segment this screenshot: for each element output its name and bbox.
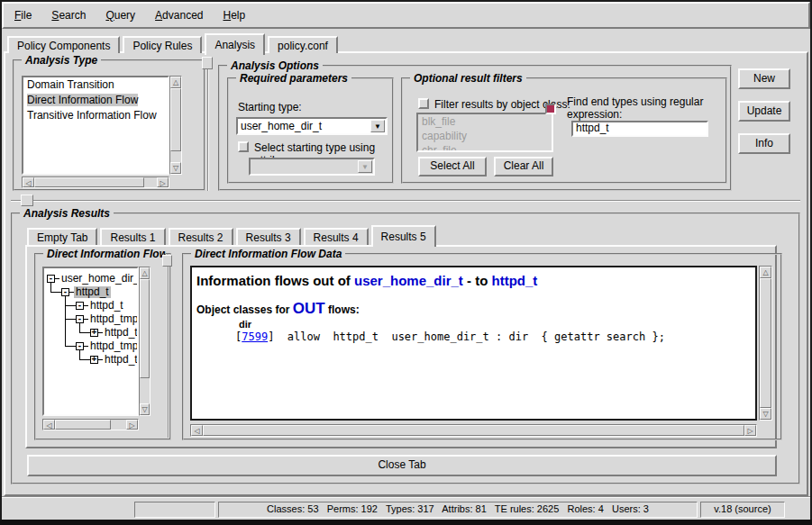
list-item[interactable]: Direct Information Flow — [23, 93, 168, 108]
menu-help[interactable]: Help — [215, 5, 252, 26]
tree-node[interactable]: -httpd_tmp_t — [65, 312, 139, 326]
tab-results-3[interactable]: Results 3 — [236, 228, 301, 245]
collapse-icon[interactable]: - — [76, 342, 84, 350]
analysis-type-vscrollbar[interactable]: △ ▽ — [169, 76, 182, 175]
scroll-thumb[interactable] — [170, 88, 181, 151]
scroll-down-icon[interactable]: ▽ — [170, 162, 181, 174]
flow-tree[interactable]: -user_home_dir_t -httpd_t -httpd_t -http… — [42, 267, 139, 416]
collapse-icon[interactable]: - — [61, 288, 69, 296]
menu-advanced[interactable]: Advanced — [148, 5, 210, 26]
scroll-right-icon[interactable]: ▷ — [744, 425, 756, 436]
pane-sash-handle[interactable] — [21, 195, 33, 206]
tree-node-label[interactable]: httpd_t — [103, 354, 139, 366]
flow-data-textarea[interactable]: Information flows out of user_home_dir_t… — [190, 266, 757, 421]
tree-node[interactable]: -httpd_t — [65, 299, 125, 312]
te-rule-line: [7599] allow httpd_t user_home_dir_t : d… — [235, 330, 665, 343]
tab-results-1[interactable]: Results 1 — [100, 228, 165, 245]
analysis-options-title: Analysis Options — [227, 59, 323, 72]
menu-search[interactable]: Search — [44, 5, 93, 26]
collapse-icon[interactable]: - — [76, 302, 84, 310]
tree-node[interactable]: -httpd_tmpfs_ — [65, 339, 139, 353]
regex-input[interactable]: httpd_t — [571, 121, 708, 137]
scroll-left-icon[interactable]: ◁ — [191, 425, 203, 436]
expand-icon[interactable]: + — [90, 356, 98, 364]
flow-tree-vscrollbar[interactable]: △ ▽ — [139, 267, 151, 416]
new-button[interactable]: New — [738, 68, 790, 89]
tab-analysis[interactable]: Analysis — [205, 33, 265, 55]
pane-sash-vertical[interactable] — [207, 58, 209, 191]
analysis-type-hscrollbar[interactable]: ◁ ▷ — [22, 177, 169, 188]
scroll-thumb[interactable] — [760, 278, 771, 408]
pane-sash-handle[interactable] — [162, 255, 172, 267]
analysis-type-listbox[interactable]: Domain Transition Direct Information Flo… — [22, 76, 169, 175]
collapse-icon[interactable]: - — [76, 315, 84, 323]
attrib-combobox: ▼ — [249, 158, 375, 176]
flow-direction: OUT — [293, 300, 325, 317]
list-item[interactable]: Transitive Information Flow — [23, 108, 168, 123]
scroll-up-icon[interactable]: △ — [140, 267, 150, 279]
info-button[interactable]: Info — [738, 133, 790, 154]
tab-results-4[interactable]: Results 4 — [304, 228, 369, 245]
tree-node[interactable]: +httpd_t — [79, 353, 139, 367]
scroll-thumb[interactable] — [34, 177, 144, 187]
tree-node-label[interactable]: httpd_t — [88, 300, 125, 312]
scroll-up-icon[interactable]: △ — [760, 267, 771, 278]
scroll-right-icon[interactable]: ▷ — [157, 177, 169, 187]
flow-data-vscrollbar[interactable]: △ ▽ — [759, 266, 772, 421]
update-button[interactable]: Update — [738, 101, 790, 122]
menu-file[interactable]: File — [7, 5, 39, 26]
object-class-checkbox[interactable] — [418, 98, 429, 109]
scroll-thumb[interactable] — [140, 279, 150, 378]
scroll-left-icon[interactable]: ◁ — [23, 177, 34, 187]
rule-number-link[interactable]: 7599 — [242, 330, 268, 343]
collapse-icon[interactable]: - — [47, 275, 55, 283]
results-tab-bar: Empty Tab Results 1 Results 2 Results 3 … — [27, 224, 439, 245]
tree-node-label[interactable]: user_home_dir_t — [59, 273, 139, 285]
scroll-right-icon[interactable]: ▷ — [126, 420, 138, 430]
tree-node-label[interactable]: httpd_t — [103, 327, 139, 339]
scroll-thumb[interactable] — [203, 425, 744, 436]
tree-node-label[interactable]: httpd_t — [74, 286, 111, 298]
tree-node[interactable]: -user_home_dir_t — [47, 272, 139, 285]
pane-sash-handle[interactable] — [202, 57, 213, 69]
select-all-button[interactable]: Select All — [418, 157, 487, 177]
tab-results-2[interactable]: Results 2 — [169, 228, 233, 245]
scroll-left-icon[interactable]: ◁ — [43, 420, 55, 430]
scroll-thumb[interactable] — [55, 420, 111, 430]
list-item[interactable]: Domain Transition — [23, 77, 168, 93]
close-tab-button[interactable]: Close Tab — [27, 455, 777, 476]
tab-policy-conf[interactable]: policy.conf — [268, 36, 338, 53]
flow-data-hscrollbar[interactable]: ◁ ▷ — [190, 424, 757, 437]
regex-checkbox-label-line2[interactable]: expression: — [567, 108, 622, 121]
regex-checkbox[interactable] — [545, 104, 556, 114]
expand-icon[interactable]: + — [90, 329, 98, 337]
tab-empty-tab[interactable]: Empty Tab — [27, 228, 97, 245]
tree-node-label[interactable]: httpd_tmp_t — [88, 313, 139, 325]
tab-policy-rules[interactable]: Policy Rules — [123, 36, 202, 53]
tree-node-label[interactable]: httpd_tmpfs_ — [88, 340, 139, 352]
status-policy-stats: Classes: 53 Perms: 192 Types: 317 Attrib… — [218, 502, 698, 518]
dropdown-arrow-icon[interactable]: ▼ — [370, 120, 385, 132]
regex-checkbox-label-line1[interactable]: Find end types using regular — [567, 95, 703, 108]
flow-data-title: Direct Information Flow Data — [191, 248, 345, 260]
tree-node[interactable]: +httpd_t — [79, 326, 139, 339]
scroll-down-icon[interactable]: ▽ — [140, 403, 150, 415]
pane-sash-vertical[interactable] — [168, 254, 169, 438]
scroll-down-icon[interactable]: ▽ — [760, 408, 771, 420]
menu-query[interactable]: Query — [98, 5, 142, 26]
tab-policy-components[interactable]: Policy Components — [7, 36, 120, 53]
flow-headline: Information flows out of user_home_dir_t… — [196, 273, 537, 288]
scroll-up-icon[interactable]: △ — [170, 77, 181, 88]
tab-results-5[interactable]: Results 5 — [371, 225, 436, 247]
rule-text: allow httpd_t user_home_dir_t : dir { ge… — [274, 330, 664, 343]
list-item: blk_file — [418, 114, 552, 129]
attrib-checkbox[interactable] — [238, 141, 249, 152]
pane-sash-horizontal[interactable] — [11, 200, 800, 202]
clear-all-button[interactable]: Clear All — [494, 157, 553, 177]
analysis-results-title: Analysis Results — [20, 207, 114, 220]
starting-type-combobox[interactable]: user_home_dir_t ▼ — [236, 117, 388, 135]
tree-line — [50, 292, 61, 293]
status-empty-box — [134, 502, 215, 518]
flow-tree-hscrollbar[interactable]: ◁ ▷ — [42, 419, 139, 430]
tree-node[interactable]: -httpd_t — [50, 285, 111, 299]
